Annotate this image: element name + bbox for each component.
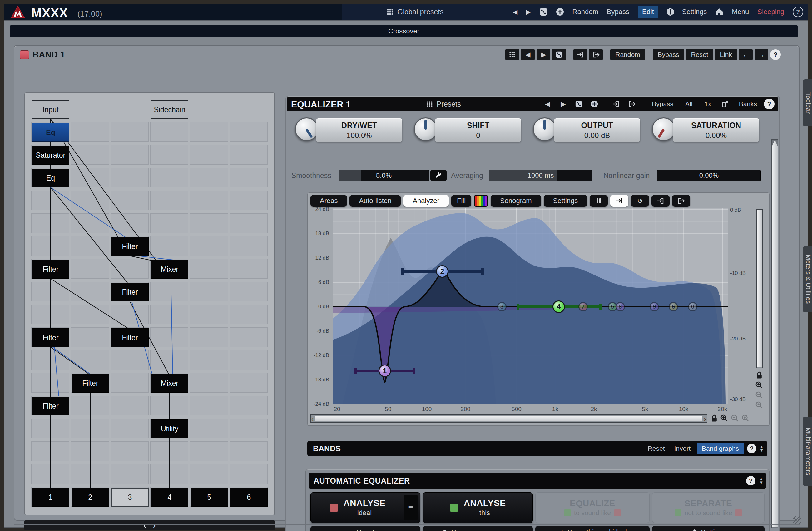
- eq-panel-scrollbar[interactable]: [771, 139, 778, 528]
- band-export-icon[interactable]: [589, 49, 603, 60]
- eq-export-icon[interactable]: [625, 98, 639, 110]
- colors-gradient-button[interactable]: [474, 195, 488, 207]
- bands-reset-button[interactable]: Reset: [644, 443, 668, 454]
- band-next-button[interactable]: ▶: [537, 49, 550, 60]
- band-marker-9[interactable]: 9: [650, 302, 659, 312]
- node-filter[interactable]: Filter: [32, 328, 69, 347]
- band-marker-7[interactable]: 7: [578, 302, 588, 312]
- alert-icon[interactable]: [667, 8, 673, 16]
- bands-help-button[interactable]: ?: [747, 444, 756, 453]
- add-plus-icon[interactable]: [556, 8, 564, 16]
- next-preset-button[interactable]: ▶: [526, 8, 531, 16]
- band-marker-4[interactable]: 4: [552, 301, 565, 313]
- graph-export-icon[interactable]: [672, 195, 690, 207]
- node-mixer[interactable]: Mixer: [151, 374, 188, 393]
- graph-vscrollbar[interactable]: [756, 209, 763, 368]
- band-help-button[interactable]: ?: [770, 49, 781, 60]
- graph-hscrollbar[interactable]: ‹ ›: [310, 415, 707, 422]
- help-button[interactable]: ?: [793, 6, 803, 17]
- band-marker-2[interactable]: 2: [436, 265, 448, 278]
- analyse-ideal-menu-button[interactable]: ≡: [404, 495, 418, 520]
- eq-detach-window-icon[interactable]: [718, 98, 732, 110]
- bands-invert-button[interactable]: Invert: [671, 443, 694, 454]
- band-back-arrow-button[interactable]: ←: [739, 49, 753, 60]
- eq-bypass-button[interactable]: Bypass: [647, 98, 678, 110]
- node-filter[interactable]: Filter: [111, 328, 149, 347]
- settings-button[interactable]: Settings: [682, 8, 707, 16]
- nonlinear-gain-slider[interactable]: 0.00%: [657, 170, 761, 181]
- smoothness-edit-button[interactable]: [430, 170, 447, 181]
- auto-eq-settings-button[interactable]: Settings: [652, 526, 765, 531]
- averaging-slider[interactable]: 1000 ms: [489, 170, 592, 181]
- saturation-knob[interactable]: [652, 117, 676, 141]
- crossover-tab[interactable]: Crossover: [10, 25, 798, 37]
- node-mixer[interactable]: Mixer: [151, 260, 188, 278]
- eq-plot[interactable]: 1234758960: [333, 209, 728, 404]
- node-3[interactable]: 3: [111, 488, 149, 507]
- node-5[interactable]: 5: [190, 488, 228, 507]
- pause-button[interactable]: [590, 195, 608, 207]
- band-reset-button[interactable]: Reset: [686, 49, 713, 60]
- band-random-button[interactable]: Random: [610, 49, 645, 60]
- vzoom-in-icon[interactable]: [755, 381, 764, 390]
- sidetab-meters-utilities[interactable]: Meters & Utilities: [803, 246, 812, 312]
- eq-import-icon[interactable]: [609, 98, 623, 110]
- band-marker-6[interactable]: 6: [669, 302, 678, 312]
- output-knob[interactable]: [533, 117, 556, 141]
- normalize-button[interactable]: [610, 195, 628, 207]
- node-filter[interactable]: Filter: [111, 237, 149, 256]
- band-dice-icon[interactable]: [552, 49, 566, 60]
- hscroll-left-icon[interactable]: ‹: [311, 415, 314, 422]
- hzoom-reset-icon[interactable]: [741, 414, 750, 423]
- node-filter[interactable]: Filter: [32, 260, 69, 278]
- band-forward-arrow-button[interactable]: →: [755, 49, 768, 60]
- reset-view-icon[interactable]: ↺: [631, 195, 649, 207]
- node-filter[interactable]: Filter: [32, 397, 69, 415]
- swap-this-ideal-button[interactable]: ⇄ Swap this and ideal: [535, 526, 650, 531]
- band-marker-1[interactable]: 1: [378, 364, 391, 377]
- eq-dice-icon[interactable]: [572, 98, 585, 110]
- node-utility[interactable]: Utility: [151, 419, 188, 438]
- auto-eq-collapse-control[interactable]: ▲▼: [759, 477, 763, 484]
- eq-plus-icon[interactable]: [588, 98, 601, 110]
- node-filter[interactable]: Filter: [111, 283, 149, 301]
- menu-button[interactable]: Menu: [732, 8, 749, 16]
- vzoom-out-icon[interactable]: [755, 391, 764, 400]
- auto-listen-button[interactable]: Auto-listen: [349, 195, 401, 207]
- band-import-icon[interactable]: [574, 49, 587, 60]
- node-1[interactable]: 1: [32, 488, 69, 507]
- graph-settings-button[interactable]: Settings: [544, 195, 588, 207]
- pager-right-icon[interactable]: ›: [153, 521, 156, 530]
- eq-help-button[interactable]: ?: [764, 99, 774, 109]
- eq-next-button[interactable]: ▶: [556, 98, 570, 110]
- sidetab-toolbar[interactable]: Toolbar: [803, 79, 812, 126]
- band-prev-button[interactable]: ◀: [521, 49, 535, 60]
- node-saturator[interactable]: Saturator: [32, 146, 69, 164]
- resize-grip[interactable]: [793, 516, 801, 524]
- bypass-button[interactable]: Bypass: [607, 8, 629, 16]
- shift-knob[interactable]: [414, 117, 437, 141]
- pager-left-icon[interactable]: ‹: [143, 521, 146, 530]
- smoothness-slider[interactable]: 5.0%: [338, 170, 429, 181]
- remove-resonances-button[interactable]: ⚙ Remove resonances: [423, 526, 533, 531]
- band-marker-8[interactable]: 8: [615, 302, 625, 312]
- prev-preset-button[interactable]: ◀: [513, 8, 518, 16]
- vzoom-reset-icon[interactable]: [755, 401, 764, 410]
- eq-multiplier-button[interactable]: 1x: [699, 98, 716, 110]
- band-link-button[interactable]: Link: [715, 49, 737, 60]
- band-marker-3[interactable]: 3: [497, 302, 507, 312]
- band-color-swatch[interactable]: [20, 50, 29, 59]
- areas-button[interactable]: Areas: [310, 195, 347, 207]
- randomize-dice-icon[interactable]: [539, 8, 548, 16]
- hzoom-lock-icon[interactable]: [710, 414, 719, 423]
- hscroll-right-icon[interactable]: ›: [704, 415, 706, 422]
- analyse-ideal-button[interactable]: ANALYSE ideal ≡: [310, 492, 420, 523]
- eq-all-button[interactable]: All: [680, 98, 697, 110]
- auto-eq-reset-button[interactable]: Reset: [310, 526, 420, 531]
- band-graphs-button[interactable]: Band graphs: [697, 443, 744, 455]
- home-icon[interactable]: [715, 8, 723, 16]
- vzoom-lock-icon[interactable]: [755, 371, 764, 380]
- band-marker-0[interactable]: 0: [688, 302, 697, 312]
- node-eq[interactable]: Eq: [32, 169, 69, 187]
- graph-pager[interactable]: ‹ ›: [24, 520, 275, 530]
